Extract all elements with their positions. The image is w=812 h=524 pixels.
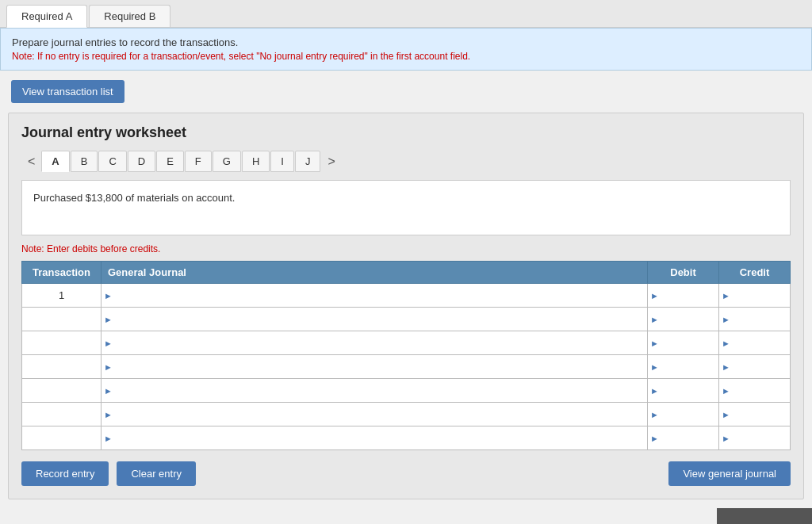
entry-tab-g[interactable]: G — [213, 151, 241, 172]
debit-cell[interactable]: ► — [648, 284, 719, 308]
credit-cell[interactable]: ► — [719, 355, 791, 379]
general-journal-input[interactable] — [115, 284, 647, 307]
credit-input[interactable] — [733, 308, 790, 331]
credit-cell[interactable]: ► — [719, 284, 791, 308]
cell-arrow-icon: ► — [102, 426, 115, 449]
credit-input[interactable] — [733, 426, 790, 449]
entry-tab-h[interactable]: H — [242, 151, 270, 172]
transaction-cell — [22, 355, 102, 379]
general-journal-cell[interactable]: ► — [102, 379, 648, 403]
col-header-general-journal: General Journal — [102, 262, 648, 284]
tab-required-b[interactable]: Required B — [89, 5, 170, 27]
table-row: ►►► — [22, 403, 791, 426]
debit-input[interactable] — [661, 308, 718, 331]
general-journal-cell[interactable]: ► — [102, 403, 648, 426]
credit-input[interactable] — [733, 331, 790, 354]
entry-tab-a[interactable]: A — [41, 151, 69, 172]
entry-tab-i[interactable]: I — [270, 151, 294, 172]
transaction-cell — [22, 379, 102, 403]
record-entry-button[interactable]: Record entry — [21, 461, 109, 486]
general-journal-input[interactable] — [115, 331, 647, 354]
clear-entry-button[interactable]: Clear entry — [117, 461, 196, 486]
general-journal-cell[interactable]: ► — [102, 355, 648, 379]
cell-arrow-icon: ► — [648, 403, 661, 426]
general-journal-input[interactable] — [115, 403, 647, 426]
cell-arrow-icon: ► — [719, 403, 733, 426]
entry-tabs-nav: < A B C D E F G H I J > — [21, 151, 791, 172]
entry-tab-e[interactable]: E — [156, 151, 184, 172]
debit-input[interactable] — [661, 426, 718, 449]
debit-input[interactable] — [661, 355, 718, 378]
transaction-cell — [22, 308, 102, 331]
entry-tab-d[interactable]: D — [128, 151, 155, 172]
table-row: ►►► — [22, 426, 791, 450]
credit-cell[interactable]: ► — [719, 308, 791, 331]
journal-table: Transaction General Journal Debit Credit… — [21, 261, 791, 450]
entry-tab-b[interactable]: B — [71, 151, 98, 172]
general-journal-input[interactable] — [115, 379, 647, 402]
credit-input[interactable] — [733, 403, 790, 426]
cell-arrow-icon: ► — [648, 284, 661, 307]
debit-cell[interactable]: ► — [648, 308, 719, 331]
view-transaction-button[interactable]: View transaction list — [11, 80, 124, 103]
cell-arrow-icon: ► — [719, 426, 733, 449]
debit-input[interactable] — [661, 331, 718, 354]
general-journal-cell[interactable]: ► — [102, 308, 648, 331]
view-general-journal-button[interactable]: View general journal — [668, 461, 791, 486]
notice-banner: Prepare journal entries to record the tr… — [0, 28, 812, 71]
tab-required-a[interactable]: Required A — [6, 5, 87, 28]
entry-tab-j[interactable]: J — [295, 151, 321, 172]
general-journal-input[interactable] — [115, 355, 647, 378]
nav-prev-arrow[interactable]: < — [21, 151, 41, 172]
notice-note-text: Note: If no entry is required for a tran… — [12, 51, 800, 62]
credit-cell[interactable]: ► — [719, 426, 791, 450]
credit-input[interactable] — [733, 284, 790, 307]
credit-cell[interactable]: ► — [719, 379, 791, 403]
general-journal-cell[interactable]: ► — [102, 331, 648, 355]
general-journal-cell[interactable]: ► — [102, 284, 648, 308]
cell-arrow-icon: ► — [648, 355, 661, 378]
table-row: ►►► — [22, 308, 791, 331]
cell-arrow-icon: ► — [102, 403, 115, 426]
general-journal-cell[interactable]: ► — [102, 426, 648, 450]
cell-arrow-icon: ► — [719, 308, 733, 331]
description-box: Purchased $13,800 of materials on accoun… — [21, 180, 791, 235]
credit-cell[interactable]: ► — [719, 403, 791, 426]
credit-cell[interactable]: ► — [719, 331, 791, 355]
cell-arrow-icon: ► — [719, 379, 733, 402]
cell-arrow-icon: ► — [102, 379, 115, 402]
cell-arrow-icon: ► — [719, 284, 733, 307]
cell-arrow-icon: ► — [648, 331, 661, 354]
debit-cell[interactable]: ► — [648, 403, 719, 426]
debit-cell[interactable]: ► — [648, 426, 719, 450]
debit-input[interactable] — [661, 379, 718, 402]
entry-tab-c[interactable]: C — [98, 151, 126, 172]
transaction-cell: 1 — [22, 284, 102, 308]
credit-input[interactable] — [733, 379, 790, 402]
note-debits: Note: Enter debits before credits. — [21, 243, 791, 254]
transaction-cell — [22, 426, 102, 450]
debit-input[interactable] — [661, 403, 718, 426]
scrollbar[interactable] — [717, 508, 812, 515]
action-buttons: Record entry Clear entry View general jo… — [21, 461, 791, 486]
col-header-credit: Credit — [719, 262, 791, 284]
entry-tab-f[interactable]: F — [185, 151, 212, 172]
cell-arrow-icon: ► — [102, 355, 115, 378]
debit-cell[interactable]: ► — [648, 379, 719, 403]
general-journal-input[interactable] — [115, 426, 647, 449]
cell-arrow-icon: ► — [648, 308, 661, 331]
cell-arrow-icon: ► — [648, 379, 661, 402]
credit-input[interactable] — [733, 355, 790, 378]
general-journal-input[interactable] — [115, 308, 647, 331]
transaction-cell — [22, 331, 102, 355]
col-header-transaction: Transaction — [22, 262, 102, 284]
cell-arrow-icon: ► — [102, 308, 115, 331]
debit-cell[interactable]: ► — [648, 331, 719, 355]
table-row: 1►►► — [22, 284, 791, 308]
table-row: ►►► — [22, 379, 791, 403]
transaction-cell — [22, 403, 102, 426]
nav-next-arrow[interactable]: > — [321, 151, 341, 172]
notice-main-text: Prepare journal entries to record the tr… — [12, 36, 800, 48]
debit-input[interactable] — [661, 284, 718, 307]
debit-cell[interactable]: ► — [648, 355, 719, 379]
